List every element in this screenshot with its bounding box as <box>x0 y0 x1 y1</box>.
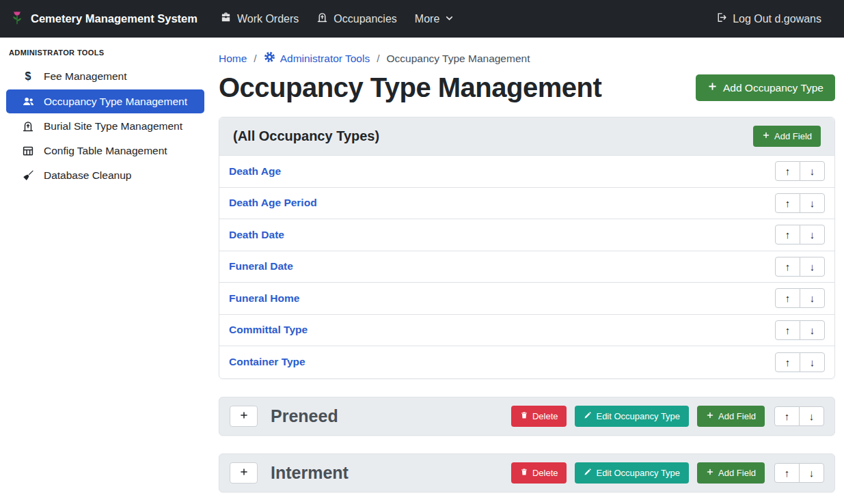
move-up-button[interactable]: ↑ <box>774 463 800 483</box>
nav-more[interactable]: More <box>406 0 463 38</box>
add-occupancy-type-button[interactable]: Add Occupancy Type <box>696 74 835 101</box>
trash-icon <box>520 411 528 421</box>
move-down-button[interactable]: ↓ <box>800 288 825 308</box>
trash-icon <box>520 468 528 478</box>
logout-icon <box>716 12 727 26</box>
add-field-label: Add Field <box>718 468 756 478</box>
reorder-controls: ↑ ↓ <box>775 288 825 308</box>
field-link[interactable]: Funeral Date <box>229 260 293 272</box>
table-icon <box>21 145 36 157</box>
plus-icon <box>706 411 714 421</box>
pencil-icon <box>584 411 592 421</box>
breadcrumb-home[interactable]: Home <box>219 53 247 65</box>
expand-button[interactable] <box>230 406 258 427</box>
move-up-button[interactable]: ↑ <box>775 193 800 213</box>
field-link[interactable]: Death Age <box>229 165 281 178</box>
delete-label: Delete <box>532 411 558 421</box>
arrow-up-icon: ↑ <box>785 197 791 209</box>
toolbox-icon <box>220 12 232 26</box>
move-down-button[interactable]: ↓ <box>799 406 824 426</box>
field-link[interactable]: Funeral Home <box>229 292 299 305</box>
sidebar-item-fee-management[interactable]: $ Fee Management <box>6 65 204 88</box>
tombstone-icon <box>316 12 328 26</box>
add-field-button[interactable]: Add Field <box>753 126 821 147</box>
sidebar-item-label: Occupancy Type Management <box>44 96 187 108</box>
dollar-icon: $ <box>21 70 36 83</box>
reorder-controls: ↑ ↓ <box>775 352 825 372</box>
admin-tools-sidebar: ADMINISTRATOR TOOLS $ Fee Management Occ… <box>0 38 210 504</box>
breadcrumb-current: Occupancy Type Management <box>387 53 530 65</box>
arrow-down-icon: ↓ <box>809 467 815 479</box>
sidebar-item-label: Fee Management <box>44 70 127 83</box>
field-link[interactable]: Committal Type <box>229 324 308 336</box>
sidebar-item-config-table-management[interactable]: Config Table Management <box>6 139 204 163</box>
add-field-button[interactable]: Add Field <box>697 462 765 484</box>
edit-occupancy-type-label: Edit Occupancy Type <box>596 411 680 421</box>
reorder-controls: ↑ ↓ <box>774 406 824 426</box>
move-down-button[interactable]: ↓ <box>800 225 825 244</box>
breadcrumb: Home / Administrator Tools / Occupancy T… <box>219 51 835 66</box>
add-occupancy-type-label: Add Occupancy Type <box>723 82 823 94</box>
move-down-button[interactable]: ↓ <box>800 193 825 213</box>
card-header: (All Occupancy Types) Add Field <box>219 117 834 156</box>
section-preneed: Preneed Delete Edit Occupancy Type Add F… <box>219 397 835 436</box>
expand-button[interactable] <box>230 462 258 484</box>
logout-label: Log Out d.gowans <box>733 13 821 25</box>
move-down-button[interactable]: ↓ <box>800 257 825 277</box>
arrow-down-icon: ↓ <box>810 165 815 177</box>
move-up-button[interactable]: ↑ <box>775 161 800 181</box>
all-occupancy-types-card: (All Occupancy Types) Add Field Death Ag… <box>219 117 835 379</box>
add-field-button[interactable]: Add Field <box>697 406 765 427</box>
arrow-down-icon: ↓ <box>810 356 815 368</box>
move-up-button[interactable]: ↑ <box>774 406 800 426</box>
move-down-button[interactable]: ↓ <box>799 463 824 483</box>
section-title: Preneed <box>271 406 338 426</box>
logout-link[interactable]: Log Out d.gowans <box>707 0 830 38</box>
breadcrumb-admin-tools[interactable]: Administrator Tools <box>264 51 370 66</box>
title-row: Occupancy Type Management Add Occupancy … <box>219 72 835 103</box>
field-row: Funeral Home ↑ ↓ <box>219 283 834 315</box>
section-title: Interment <box>271 463 349 483</box>
field-link[interactable]: Container Type <box>229 356 305 368</box>
move-up-button[interactable]: ↑ <box>775 320 800 340</box>
nav-item-label: More <box>415 13 439 25</box>
broom-icon <box>21 169 36 182</box>
move-down-button[interactable]: ↓ <box>800 352 825 372</box>
app-brand[interactable]: Cemetery Management System <box>10 10 198 28</box>
section-interment: Interment Delete Edit Occupancy Type Add… <box>219 453 835 492</box>
sidebar-item-label: Database Cleanup <box>44 169 131 182</box>
users-icon <box>21 95 36 108</box>
move-up-button[interactable]: ↑ <box>775 352 800 372</box>
app-title: Cemetery Management System <box>31 12 198 25</box>
move-down-button[interactable]: ↓ <box>800 161 825 181</box>
sidebar-item-database-cleanup[interactable]: Database Cleanup <box>6 164 204 187</box>
delete-label: Delete <box>532 468 558 478</box>
sidebar-header: ADMINISTRATOR TOOLS <box>0 44 210 64</box>
edit-occupancy-type-button[interactable]: Edit Occupancy Type <box>575 406 689 427</box>
arrow-down-icon: ↓ <box>810 261 815 272</box>
sidebar-item-burial-site-type-management[interactable]: Burial Site Type Management <box>6 115 204 138</box>
nav-work-orders[interactable]: Work Orders <box>211 0 308 38</box>
plus-icon <box>706 468 714 478</box>
move-up-button[interactable]: ↑ <box>775 257 800 277</box>
sidebar-item-occupancy-type-management[interactable]: Occupancy Type Management <box>6 89 204 113</box>
nav-occupancies[interactable]: Occupancies <box>308 0 406 38</box>
reorder-controls: ↑ ↓ <box>775 161 825 181</box>
delete-button[interactable]: Delete <box>511 406 567 427</box>
delete-button[interactable]: Delete <box>511 462 567 484</box>
field-row: Death Age Period ↑ ↓ <box>219 188 834 220</box>
move-down-button[interactable]: ↓ <box>800 320 825 340</box>
sidebar-item-label: Burial Site Type Management <box>44 120 182 132</box>
field-link[interactable]: Death Date <box>229 229 284 241</box>
edit-occupancy-type-button[interactable]: Edit Occupancy Type <box>575 462 689 484</box>
reorder-controls: ↑ ↓ <box>775 320 825 340</box>
arrow-down-icon: ↓ <box>810 324 815 336</box>
move-up-button[interactable]: ↑ <box>775 288 800 308</box>
top-navbar: Cemetery Management System Work Orders O… <box>0 0 844 38</box>
card-title: (All Occupancy Types) <box>233 128 379 144</box>
nav-item-label: Work Orders <box>237 13 299 25</box>
field-link[interactable]: Death Age Period <box>229 197 317 209</box>
breadcrumb-separator: / <box>370 53 386 65</box>
move-up-button[interactable]: ↑ <box>775 225 800 244</box>
pencil-icon <box>584 468 592 478</box>
